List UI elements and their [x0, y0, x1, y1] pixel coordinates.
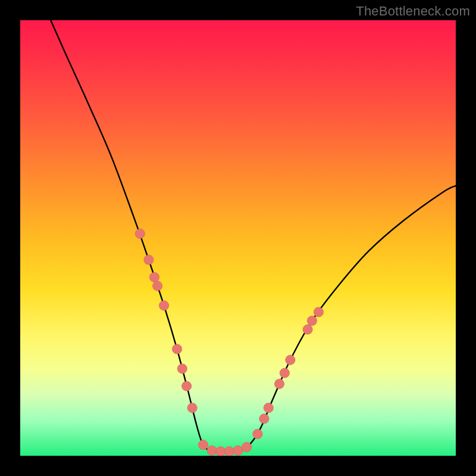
curve-marker	[233, 446, 243, 455]
chart-frame: TheBottleneck.com	[0, 0, 476, 476]
curve-marker	[152, 281, 162, 290]
curve-marker	[159, 300, 168, 310]
curve-marker	[303, 325, 312, 334]
curve-marker	[216, 446, 226, 456]
curve-marker	[187, 403, 197, 412]
curve-marker	[242, 442, 251, 452]
curve-marker	[149, 273, 159, 282]
curve-marker	[144, 255, 154, 264]
curve-marker	[253, 429, 262, 439]
plot-area	[20, 20, 456, 456]
curve-marker	[207, 446, 217, 455]
plot-svg	[20, 20, 456, 456]
curve-marker	[198, 440, 208, 450]
curve-marker	[286, 355, 295, 365]
curve-marker	[314, 307, 323, 317]
watermark-text: TheBottleneck.com	[356, 4, 470, 19]
bottleneck-curve	[51, 20, 456, 452]
curve-marker	[181, 381, 191, 391]
curve-marker	[135, 228, 145, 238]
curve-marker	[172, 344, 181, 353]
curve-marker	[307, 316, 317, 325]
curve-markers	[135, 228, 324, 456]
curve-marker	[224, 446, 234, 456]
curve-marker	[274, 379, 284, 389]
curve-marker	[177, 364, 187, 373]
curve-marker	[259, 414, 269, 424]
curve-marker	[264, 403, 273, 412]
curve-marker	[280, 368, 289, 378]
